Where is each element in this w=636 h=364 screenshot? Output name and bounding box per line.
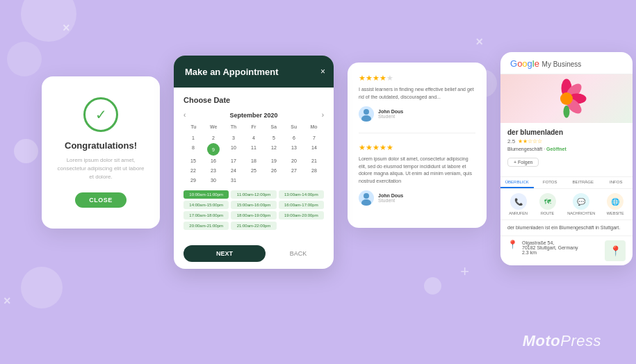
action-messages[interactable]: 💬 NACH­RICHTEN [567, 193, 595, 215]
cal-day-22[interactable]: 22 [184, 166, 203, 175]
follow-button[interactable]: + Folgen [507, 158, 539, 167]
review-item-2: ★★★★★ Lorem ipsum dolor sit amet, consec… [359, 133, 475, 206]
motopress-brand: MotoPress [523, 332, 601, 350]
tab-infos[interactable]: INFOS [600, 177, 633, 188]
route-icon: 🗺 [539, 193, 556, 210]
business-address: 📍 Olgastraße 54, 70182 Stuttgart, German… [500, 236, 633, 265]
reviews-card: ★★★★★ I assist learners in finding new e… [348, 63, 487, 228]
cal-day-23[interactable]: 23 [204, 166, 223, 175]
timeslot-3[interactable]: 13:00am-14:00pm [279, 190, 324, 199]
congrats-close-button[interactable]: CLOSE [75, 192, 127, 208]
map-thumbnail: 📍 [605, 240, 626, 261]
address-line2: 70182 Stuttgart, Germany [522, 245, 578, 250]
review-1-text: I assist learners in finding new effecti… [359, 86, 475, 101]
call-icon: 📞 [510, 193, 527, 210]
cal-day-25[interactable]: 25 [244, 166, 263, 175]
review-2-stars: ★★★★★ [359, 143, 475, 152]
website-icon: 🌐 [607, 193, 623, 210]
appointment-header: Make an Appointment × [174, 56, 334, 88]
timeslot-11[interactable]: 21:00am-22:00pm [231, 222, 276, 230]
gmb-stars: ★★☆☆☆ [518, 138, 542, 144]
timeslot-2[interactable]: 11:00am-12:00pm [231, 190, 276, 199]
messages-icon: 💬 [573, 193, 589, 210]
reviewer-1-name: John Dous [378, 109, 403, 114]
cal-day-26[interactable]: 26 [264, 166, 284, 175]
cal-day-8[interactable]: 8 [184, 143, 203, 156]
address-text: Olgastraße 54, 70182 Stuttgart, Germany … [522, 240, 578, 255]
appointment-next-button[interactable]: NEXT [184, 245, 266, 262]
deco-x2: × [475, 35, 483, 49]
open-status: Geöffnet [546, 147, 566, 151]
cal-day-3[interactable]: 3 [224, 133, 243, 142]
cal-day-19[interactable]: 19 [264, 156, 284, 165]
timeslot-7[interactable]: 17:00am-18:00pm [184, 211, 229, 220]
deco-x1: × [63, 21, 70, 35]
cal-day-15[interactable]: 15 [184, 156, 203, 165]
gmb-header: Google My Business [500, 52, 633, 74]
reviewer-2-name: John Dous [378, 193, 403, 198]
cal-day-30[interactable]: 30 [204, 176, 223, 185]
timeslot-10[interactable]: 20:00am-21:00pm [184, 222, 229, 230]
calendar-month: September 2020 [229, 112, 277, 119]
cal-day-20[interactable]: 20 [284, 156, 304, 165]
cal-day-31[interactable]: 31 [224, 176, 243, 185]
timeslot-5[interactable]: 15:00am-16:00pm [231, 201, 276, 209]
reviewer-2-avatar [359, 190, 374, 206]
cal-day-18[interactable]: 18 [244, 156, 263, 165]
cal-day-5[interactable]: 5 [264, 133, 284, 142]
reviewer-2-role: Student [378, 198, 403, 203]
cal-day-2[interactable]: 2 [204, 133, 223, 142]
cal-day-28[interactable]: 28 [304, 166, 324, 175]
svg-point-1 [361, 115, 371, 122]
appointment-back-button[interactable]: BACK [272, 250, 324, 257]
reviewer-1-role: Student [378, 114, 403, 119]
business-status: Blumengeschäft · Geöffnet [507, 147, 626, 151]
timeslot-6[interactable]: 16:00am-17:00pm [279, 201, 324, 209]
cal-day-11[interactable]: 11 [244, 143, 263, 156]
cal-day-14[interactable]: 14 [304, 143, 324, 156]
timeslot-8[interactable]: 18:00am-19:00pm [231, 211, 276, 220]
tab-fotos[interactable]: FOTOS [534, 177, 567, 188]
choose-date-label: Choose Date [184, 96, 324, 104]
congrats-icon: ✓ [83, 97, 118, 132]
day-su: Su [284, 123, 304, 131]
cal-day-16[interactable]: 16 [204, 156, 223, 165]
cal-day-1[interactable]: 1 [184, 133, 203, 142]
gmb-actions: 📞 ANRUFEN 🗺 ROUTE 💬 NACH­RICHTEN 🌐 WEBSI… [500, 189, 633, 220]
reviewer-1-info: John Dous Student [378, 109, 403, 119]
cal-day-13[interactable]: 13 [284, 143, 304, 156]
address-distance: 2.3 km [522, 250, 578, 255]
appointment-close-button[interactable]: × [320, 67, 325, 76]
action-website[interactable]: 🌐 WEBSITE [607, 193, 624, 215]
cal-day-24[interactable]: 24 [224, 166, 243, 175]
cal-day-12[interactable]: 12 [264, 143, 284, 156]
day-th: Th [224, 123, 244, 131]
tab-beitrage[interactable]: BEITRÄGE [566, 177, 600, 188]
cal-day-10[interactable]: 10 [224, 143, 243, 156]
cal-day-27[interactable]: 27 [284, 166, 304, 175]
cal-day-4[interactable]: 4 [244, 133, 263, 142]
route-label: ROUTE [541, 211, 554, 215]
timeslot-9[interactable]: 19:00am-20:00pm [279, 211, 324, 220]
cal-next-button[interactable]: › [322, 111, 324, 119]
congrats-body: Lorem ipsum dolor sit amet, consectetur … [56, 156, 146, 181]
timeslot-4[interactable]: 14:00am-15:00pm [184, 201, 229, 209]
timeslot-1[interactable]: 10:00am-11:00pm [184, 190, 229, 199]
svg-point-2 [364, 193, 369, 199]
rating-row: 2.5 ★★☆☆☆ [507, 138, 626, 144]
reviewer-2-info: John Dous Student [378, 193, 403, 203]
cal-day-9-today[interactable]: 9 [207, 143, 220, 156]
action-route[interactable]: 🗺 ROUTE [539, 193, 556, 215]
calendar-header: ‹ September 2020 › [184, 111, 324, 119]
action-call[interactable]: 📞 ANRUFEN [509, 193, 528, 215]
cal-day-6[interactable]: 6 [284, 133, 304, 142]
cal-prev-button[interactable]: ‹ [184, 111, 186, 119]
cal-day-7[interactable]: 7 [304, 133, 324, 142]
day-tu: Tu [184, 123, 204, 131]
cal-day-21[interactable]: 21 [304, 156, 324, 165]
cal-day-29[interactable]: 29 [184, 176, 203, 185]
cal-day-17[interactable]: 17 [224, 156, 243, 165]
day-mo: Mo [304, 123, 324, 131]
tab-uberblick[interactable]: ÜBERBLICK [500, 177, 534, 188]
business-description: der blumenladen ist ein Blumengeschäft i… [500, 220, 633, 236]
